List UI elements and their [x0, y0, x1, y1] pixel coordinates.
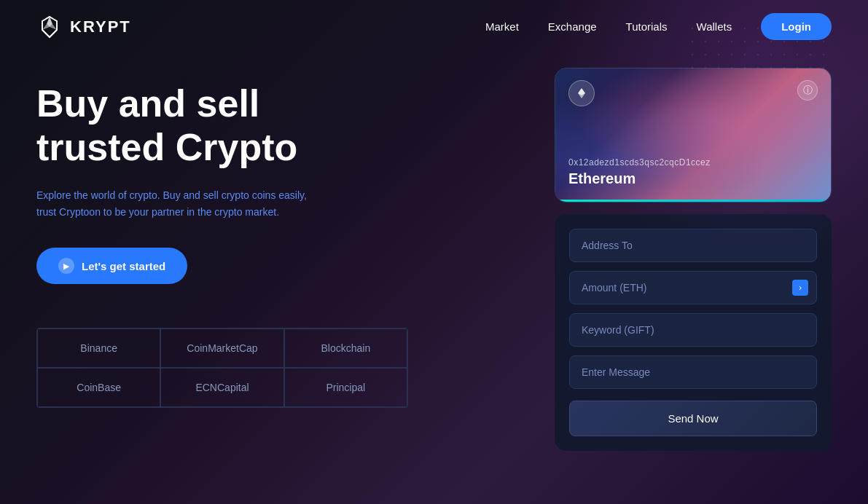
card-top: ⓘ [568, 80, 818, 106]
get-started-button[interactable]: ▶ Let's get started [36, 248, 187, 284]
hero-title-line2: trusted Crypto [36, 126, 297, 168]
nav-links: Market Exchange Tutorials Wallets Login [485, 13, 832, 40]
nav-tutorials[interactable]: Tutorials [626, 20, 668, 33]
logo-text: KRYPT [70, 17, 131, 36]
nav-wallets[interactable]: Wallets [697, 20, 732, 33]
hero-subtitle: Explore the world of crypto. Buy and sel… [36, 187, 328, 222]
amount-arrow-icon[interactable]: › [792, 280, 808, 296]
left-section: Buy and sell trusted Crypto Explore the … [36, 68, 525, 408]
partner-binance: Binance [37, 328, 160, 368]
play-icon: ▶ [58, 258, 74, 274]
navbar: KRYPT Market Exchange Tutorials Wallets … [0, 0, 868, 53]
logo-icon [36, 14, 63, 40]
nav-exchange[interactable]: Exchange [548, 20, 597, 33]
partners-grid: Binance CoinMarketCap Blockchain CoinBas… [36, 328, 408, 408]
nav-market[interactable]: Market [485, 20, 519, 33]
hero-subtitle-text: Explore the world of crypto. Buy and sel… [36, 189, 307, 218]
get-started-label: Let's get started [82, 260, 165, 272]
partner-blockchain: Blockchain [284, 328, 407, 368]
message-input[interactable] [569, 355, 817, 389]
partner-coinmarketcap: CoinMarketCap [160, 328, 284, 368]
main-content: Buy and sell trusted Crypto Explore the … [0, 53, 868, 451]
hero-title-line1: Buy and sell [36, 82, 259, 125]
crypto-card: ⓘ 0x12adezd1scds3qsc2cqcD1ccez Ethereum [555, 68, 832, 202]
amount-input[interactable] [569, 271, 817, 304]
card-bottom: 0x12adezd1scds3qsc2cqcD1ccez Ethereum [568, 157, 818, 190]
card-name: Ethereum [568, 170, 818, 187]
address-to-input[interactable] [569, 229, 817, 262]
ethereum-icon [568, 80, 595, 106]
amount-wrapper: › [569, 271, 817, 304]
keyword-input[interactable] [569, 313, 817, 347]
send-button[interactable]: Send Now [569, 401, 817, 436]
partner-principal: Principal [284, 368, 407, 407]
login-button[interactable]: Login [761, 13, 832, 40]
logo: KRYPT [36, 14, 131, 40]
right-section: ⓘ 0x12adezd1scds3qsc2cqcD1ccez Ethereum … [555, 68, 832, 451]
card-content: ⓘ 0x12adezd1scds3qsc2cqcD1ccez Ethereum [555, 68, 831, 202]
card-address: 0x12adezd1scds3qsc2cqcD1ccez [568, 157, 818, 168]
partner-ecncapital: ECNCapital [160, 368, 284, 407]
send-form: › Send Now [555, 214, 832, 451]
info-icon[interactable]: ⓘ [797, 80, 818, 101]
hero-title: Buy and sell trusted Crypto [36, 82, 525, 170]
partner-coinbase: CoinBase [37, 368, 160, 407]
